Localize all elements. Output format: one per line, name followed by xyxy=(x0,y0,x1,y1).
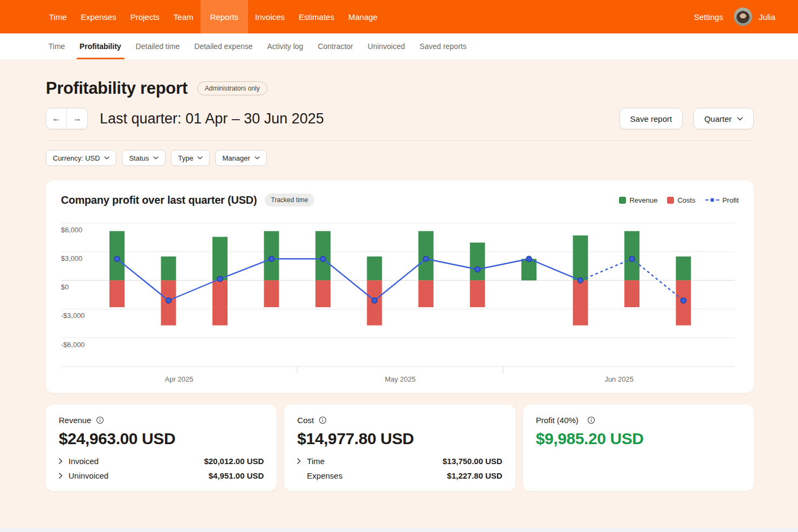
reports-subnav: Time Profitability Detailed time Detaile… xyxy=(0,33,798,59)
chevron-down-icon xyxy=(153,156,159,160)
period-label: Last quarter: 01 Apr – 30 Jun 2025 xyxy=(100,110,324,127)
legend-item-revenue[interactable]: Revenue xyxy=(619,196,657,204)
info-icon[interactable] xyxy=(319,416,327,424)
profit-chart-card: Company profit over last quarter (USD) T… xyxy=(46,181,754,393)
subnav-item-profitability[interactable]: Profitability xyxy=(80,33,121,59)
chevron-down-icon xyxy=(104,156,109,160)
period-navigation: ← → xyxy=(46,108,88,129)
svg-text:$6,000: $6,000 xyxy=(61,226,82,234)
profit-card-label: Profit (40%) xyxy=(536,416,579,425)
administrators-only-badge: Administrators only xyxy=(197,81,267,95)
page-title: Profitability report xyxy=(46,79,188,98)
svg-text:$3,000: $3,000 xyxy=(61,254,82,262)
manager-filter[interactable]: Manager xyxy=(215,150,266,166)
main-nav: Time Expenses Projects Team Reports Invo… xyxy=(42,0,384,33)
row-name: Time xyxy=(307,457,325,466)
legend-item-costs[interactable]: Costs xyxy=(667,196,695,204)
info-icon[interactable] xyxy=(587,416,595,424)
legend-profit-label: Profit xyxy=(723,196,739,204)
nav-item-manage[interactable]: Manage xyxy=(341,0,384,33)
range-dropdown-button[interactable]: Quarter xyxy=(693,108,754,129)
top-nav: Time Expenses Projects Team Reports Invo… xyxy=(0,0,798,33)
subnav-item-saved-reports[interactable]: Saved reports xyxy=(419,33,466,59)
subnav-item-uninvoiced[interactable]: Uninvoiced xyxy=(368,33,405,59)
tracked-time-badge: Tracked time xyxy=(265,194,315,206)
row-name: Uninvoiced xyxy=(68,471,108,480)
row-value: $20,012.00 USD xyxy=(204,457,264,466)
row-value: $13,750.00 USD xyxy=(443,457,503,466)
row-value: $4,951.00 USD xyxy=(209,471,264,480)
svg-text:May 2025: May 2025 xyxy=(385,375,416,383)
filter-bar: Currency: USD Status Type Manager xyxy=(46,150,754,166)
svg-text:-$3,000: -$3,000 xyxy=(61,312,85,320)
user-avatar[interactable] xyxy=(734,8,752,26)
revenue-card-label: Revenue xyxy=(59,416,91,425)
type-filter-label: Type xyxy=(178,154,193,162)
next-period-button[interactable]: → xyxy=(67,108,87,129)
revenue-row-invoiced[interactable]: Invoiced $20,012.00 USD xyxy=(59,457,264,466)
subnav-item-detailed-time[interactable]: Detailed time xyxy=(136,33,180,59)
row-name: Invoiced xyxy=(68,457,99,466)
manager-filter-label: Manager xyxy=(222,154,250,162)
nav-item-estimates[interactable]: Estimates xyxy=(292,0,341,33)
subnav-item-detailed-expense[interactable]: Detailed expense xyxy=(194,33,252,59)
profit-line-swatch-icon xyxy=(705,197,719,203)
section-divider xyxy=(46,140,754,141)
currency-filter[interactable]: Currency: USD xyxy=(46,150,116,166)
summary-cards: Revenue $24,963.00 USD Invoiced $20,012.… xyxy=(46,405,754,491)
main-content: Profitability report Administrators only… xyxy=(0,59,798,491)
row-name: Expenses xyxy=(307,471,342,480)
nav-item-reports[interactable]: Reports xyxy=(201,0,249,33)
info-icon[interactable] xyxy=(96,416,104,424)
nav-item-projects[interactable]: Projects xyxy=(123,0,167,33)
nav-right: Settings Julia xyxy=(690,0,775,33)
svg-text:Jun 2025: Jun 2025 xyxy=(604,375,634,383)
type-filter[interactable]: Type xyxy=(171,150,210,166)
nav-item-expenses[interactable]: Expenses xyxy=(74,0,123,33)
subnav-item-time[interactable]: Time xyxy=(49,33,65,59)
revenue-row-uninvoiced[interactable]: Uninvoiced $4,951.00 USD xyxy=(59,471,264,480)
save-report-label: Save report xyxy=(630,114,672,123)
chevron-down-icon xyxy=(197,156,203,160)
range-label: Quarter xyxy=(704,114,732,123)
svg-text:Apr 2025: Apr 2025 xyxy=(165,375,194,383)
revenue-amount: $24,963.00 USD xyxy=(59,430,264,448)
chevron-down-icon xyxy=(737,117,743,121)
svg-text:-$6,000: -$6,000 xyxy=(61,341,85,349)
nav-item-invoices[interactable]: Invoices xyxy=(248,0,292,33)
save-report-button[interactable]: Save report xyxy=(620,108,683,129)
subnav-item-activity-log[interactable]: Activity log xyxy=(267,33,304,59)
row-value: $1,227.80 USD xyxy=(447,471,503,480)
profit-card: Profit (40%) $9,985.20 USD xyxy=(523,405,754,491)
legend-revenue-label: Revenue xyxy=(629,196,657,204)
subnav-item-contractor[interactable]: Contractor xyxy=(318,33,353,59)
nav-item-time[interactable]: Time xyxy=(42,0,74,33)
revenue-swatch-icon xyxy=(619,197,626,204)
nav-item-team[interactable]: Team xyxy=(167,0,201,33)
previous-period-button[interactable]: ← xyxy=(46,108,67,129)
currency-filter-label: Currency: USD xyxy=(53,154,100,162)
settings-link[interactable]: Settings xyxy=(690,12,727,22)
chart-legend: Revenue Costs Profit xyxy=(619,196,739,204)
arrow-left-icon: ← xyxy=(52,114,61,123)
revenue-card: Revenue $24,963.00 USD Invoiced $20,012.… xyxy=(46,405,277,491)
cost-row-expenses: Expenses $1,227.80 USD xyxy=(297,471,502,480)
profit-bar-line-chart: $6,000$3,000$0-$3,000-$6,000Apr 2025May … xyxy=(61,217,735,385)
cost-card-label: Cost xyxy=(297,416,314,425)
legend-costs-label: Costs xyxy=(677,196,695,204)
costs-swatch-icon xyxy=(667,197,674,204)
user-name[interactable]: Julia xyxy=(759,12,775,22)
chart-title: Company profit over last quarter (USD) xyxy=(61,194,257,206)
cost-card: Cost $14,977.80 USD Time $13,750.00 USD … xyxy=(284,405,515,491)
chevron-right-icon xyxy=(297,458,301,464)
bottom-strip xyxy=(0,528,798,532)
chevron-down-icon xyxy=(254,156,260,160)
cost-amount: $14,977.80 USD xyxy=(297,430,502,448)
cost-row-time[interactable]: Time $13,750.00 USD xyxy=(297,457,502,466)
chevron-right-icon xyxy=(59,458,63,464)
profit-amount: $9,985.20 USD xyxy=(536,430,741,448)
legend-item-profit[interactable]: Profit xyxy=(705,196,739,204)
arrow-right-icon: → xyxy=(73,114,81,123)
svg-text:$0: $0 xyxy=(61,283,68,291)
status-filter[interactable]: Status xyxy=(122,150,166,166)
